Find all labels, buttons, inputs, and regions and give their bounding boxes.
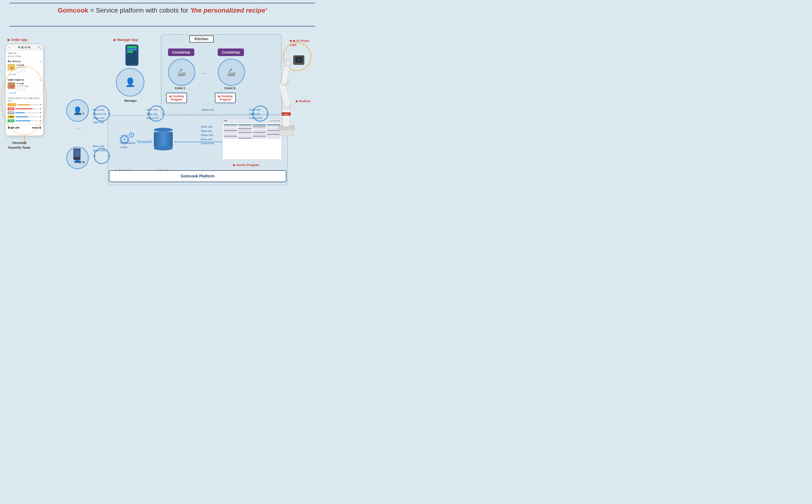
user-1-label: User 1 — [75, 112, 84, 115]
cobot-right-info: Order InfoTaste InfoControl Info — [249, 108, 262, 120]
taste-slider-3[interactable] — [15, 112, 39, 113]
cobot-n-circle: 🦾 — [218, 59, 245, 86]
taste-slider-2[interactable] — [15, 108, 39, 109]
item2-details: 20,000원 소스만이 일품! - 1 + — [16, 82, 41, 91]
gomcook-platform-box: Gomcook Platform — [109, 170, 286, 182]
taste-slider-4[interactable] — [15, 116, 39, 117]
kitchen-label: Kitchen — [189, 35, 214, 43]
database-cylinder — [154, 128, 173, 149]
phone-total: 총 결재 금액 38,000 원 — [6, 125, 43, 131]
cobot-ellipsis: ··· — [201, 70, 207, 77]
taste-badge-1: 고소함 ❶ — [8, 103, 16, 106]
taste-section: 내맘대로 취향따라 및 단계를 선택해 보세요! 고소함 ❶ + 매콤함 + 짜… — [6, 96, 43, 125]
cobot-n-arm-icon: 🦾 — [227, 68, 236, 76]
brand-name: Gomcook — [58, 7, 88, 14]
item1-image: 🍗 — [8, 64, 15, 70]
item1-qty: - 1 + — [16, 70, 41, 73]
item2-qty: - 1 + — [16, 88, 41, 91]
taste-plus-3[interactable]: + — [40, 111, 41, 114]
svg-marker-27 — [221, 141, 222, 143]
taste-slider-5[interactable] — [15, 120, 39, 121]
taste-badge-3: 짜쓰름 — [8, 111, 14, 114]
db-bottom — [154, 146, 173, 150]
top-line — [9, 3, 315, 3]
kiosk-screen — [74, 149, 80, 157]
svg-marker-24 — [137, 140, 138, 142]
taste-slider-1[interactable] — [17, 104, 39, 105]
screen-bar-2 — [127, 48, 137, 50]
order-app-label: Order App — [8, 38, 27, 42]
user1-status-info: Menu InfoStatus Info — [93, 144, 105, 153]
qty-minus[interactable]: - — [16, 70, 20, 73]
cobot-1-circle: 🦾 — [168, 59, 195, 86]
item2-header: 매콤한 버팔로 윙 ✕ — [8, 79, 41, 82]
cooking-program-2: CookingProgram — [215, 93, 236, 103]
item1-body: 🍗 18,000원 빽삭의 진수! - 1 + — [8, 64, 41, 73]
taste-row-2: 매콤함 + — [8, 107, 41, 110]
item2-price: 20,000원 — [16, 82, 41, 85]
server-bigdata-info: Order InfoTaste InfoStatus InfoMenu Info… — [201, 125, 214, 146]
main-title: Gomcook = Service platform with cobots f… — [0, 7, 325, 14]
manager-circle: 👤 — [116, 68, 144, 96]
item1-header: 빽삭 후라이드 ✕ — [8, 60, 41, 63]
arrow-ai-db — [137, 140, 152, 144]
qty-plus[interactable]: + — [22, 70, 26, 73]
taste-plus-2[interactable]: + — [40, 107, 41, 110]
taste-row-1: 고소함 ❶ + — [8, 103, 41, 106]
cobot-status-info: Status Info — [202, 108, 214, 112]
db-top — [154, 128, 173, 132]
back-arrow-icon: ＜ — [8, 45, 10, 49]
gomcook-platform-label: Gomcook Platform — [181, 174, 214, 178]
taste-plus-1[interactable]: + — [40, 103, 41, 106]
user-1-circle: 👤 — [66, 99, 89, 122]
svg-marker-28 — [175, 141, 176, 143]
db-body — [154, 132, 173, 147]
countertop-2: Countertop — [218, 48, 244, 56]
order-app-phone: ＜ 주 문 내 역 🔍 Table 3번포도씨 고객님 빽삭 후라이드 ✕ 🍗 … — [5, 44, 44, 136]
gear-small-icon: ⚙ — [128, 131, 135, 140]
taste-plus-4[interactable]: + — [40, 115, 41, 118]
item2-body: 🌶️ 20,000원 소스만이 일품! - 1 + — [8, 82, 41, 91]
phone-header: ＜ 주 문 내 역 🔍 — [6, 44, 43, 51]
arrow-db-server — [175, 140, 222, 144]
item1-details: 18,000원 빽삭의 진수! - 1 + — [16, 64, 41, 73]
manager-left-info: Menu InfoControl InfoOrder InfoTaste Inf… — [93, 108, 106, 124]
countertop-1: Countertop — [168, 48, 194, 56]
taste-plus-5[interactable]: + — [40, 119, 41, 123]
svg-point-7 — [284, 60, 291, 66]
qty-minus-2[interactable]: - — [16, 88, 20, 91]
close-icon-2[interactable]: ✕ — [39, 79, 41, 81]
taste-title: 내맘대로 취향따라 및 단계를 선택해 보세요! — [8, 97, 41, 102]
search-icon: 🔍 — [38, 46, 41, 49]
cooking-program-1: CookingProgram — [166, 93, 187, 103]
phone-title: 주 문 내 역 — [18, 46, 30, 49]
select-check-2[interactable]: ∨ 맛 선택 — [8, 92, 41, 94]
select-check-1[interactable]: ∨ 맛 선택 — [8, 73, 41, 76]
cobot-1-arm-icon: 🦾 — [177, 68, 186, 76]
svg-text:JAKA: JAKA — [283, 113, 289, 115]
cobot-1-label: Cobot 1 — [175, 87, 185, 90]
personal-taste-label: PersonalFavorite Taste — [8, 141, 31, 150]
user-n-label: User N — [75, 160, 85, 164]
manager-cobot-info: Order InfoTaste InfoStatus Info — [146, 108, 159, 120]
item2-image: 🌶️ — [8, 82, 15, 89]
taste-badge-2: 매콤함 — [8, 107, 14, 110]
taste-row-4: 시큼한 + — [8, 115, 41, 118]
taste-row-5: 강침만 + — [8, 119, 41, 123]
taste-badge-5: 강침만 — [8, 119, 14, 122]
manager-figure-icon: 👤 — [125, 77, 136, 87]
screen-bar-1 — [127, 46, 137, 48]
qty-plus-2[interactable]: + — [22, 88, 26, 91]
table-info: Table 3번포도씨 고객님 — [6, 51, 43, 59]
manager-phone — [125, 44, 138, 66]
user-dots: ⋮ — [76, 127, 81, 131]
taste-badge-4: 시큼한 — [8, 115, 14, 118]
svg-marker-23 — [151, 140, 152, 142]
endtool-label: Endtool — [296, 99, 310, 103]
taste-row-3: 짜쓰름 + — [8, 111, 41, 114]
close-icon[interactable]: ✕ — [39, 60, 41, 63]
robot-arm-svg: JAKA — [260, 41, 312, 143]
svg-point-13 — [298, 59, 300, 61]
cobot-n-label: Cobot N — [224, 87, 235, 90]
page-wrapper: Gomcook = Service platform with cobots f… — [0, 0, 325, 202]
